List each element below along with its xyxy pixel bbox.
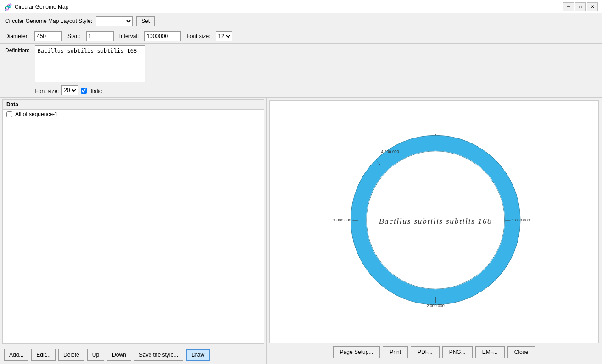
edit-button[interactable]: Edit... (31, 349, 56, 361)
data-table: Data All of sequence-1 (2, 99, 264, 344)
title-bar-controls: ─ □ ✕ (563, 2, 598, 11)
svg-text:4.000.000: 4.000.000 (381, 149, 399, 154)
bottom-buttons: Add... Edit... Delete Up Down Save the s… (0, 346, 266, 364)
definition-row: Definition: Bacillus subtilis subtilis 1… (0, 44, 602, 98)
sequence-checkbox[interactable] (6, 111, 12, 117)
def-font-size-select[interactable]: 81012141618 202224 (61, 85, 78, 95)
delete-button[interactable]: Delete (58, 349, 84, 361)
start-input[interactable] (86, 31, 114, 41)
emf-button[interactable]: EMF... (475, 346, 505, 358)
diameter-label: Diameter: (5, 33, 29, 39)
app-icon: 🧬 (4, 3, 12, 11)
main-area: Data All of sequence-1 Add... Edit... De… (0, 98, 602, 364)
table-row: All of sequence-1 (3, 110, 264, 119)
draw-button[interactable]: Draw (186, 349, 210, 361)
italic-checkbox[interactable] (81, 88, 87, 94)
left-panel: Data All of sequence-1 Add... Edit... De… (0, 98, 267, 364)
interval-input[interactable] (144, 31, 181, 41)
page-setup-button[interactable]: Page Setup... (333, 346, 380, 358)
params-row: Diameter: Start: Interval: Font size: 10… (0, 29, 602, 44)
start-label: Start: (67, 33, 81, 39)
set-button[interactable]: Set (136, 16, 155, 26)
definition-label: Definition: (5, 45, 29, 54)
pdf-button[interactable]: PDF... (411, 346, 440, 358)
svg-text:2.000.000: 2.000.000 (427, 303, 445, 308)
layout-label: Circular Genome Map Layout Style: (5, 18, 92, 24)
footer-buttons: Page Setup... Print PDF... PNG... EMF...… (269, 343, 599, 361)
font-size-select[interactable]: 10 11 12 14 (216, 31, 232, 41)
up-button[interactable]: Up (87, 349, 104, 361)
add-button[interactable]: Add... (4, 349, 28, 361)
layout-select[interactable] (96, 16, 133, 26)
layout-toolbar: Circular Genome Map Layout Style: Set (0, 13, 602, 29)
close-window-button[interactable]: ✕ (587, 2, 598, 11)
def-font-row: Font size: 81012141618 202224 Italic (35, 85, 145, 95)
diameter-input[interactable] (34, 31, 62, 41)
window-title: Circular Genome Map (15, 4, 68, 10)
png-button[interactable]: PNG... (442, 346, 473, 358)
svg-text:1.000.000: 1.000.000 (512, 218, 530, 222)
def-font-size-label: Font size: (35, 86, 59, 94)
data-table-header: Data (3, 100, 264, 110)
sequence-label: All of sequence-1 (15, 111, 58, 117)
interval-label: Interval: (119, 33, 139, 39)
svg-text:Bacillus subtilis subtilis 168: Bacillus subtilis subtilis 168 (379, 216, 492, 226)
main-window: 🧬 Circular Genome Map ─ □ ✕ Circular Gen… (0, 0, 602, 364)
right-panel: 1 1.000.000 2.000.000 3 (267, 98, 602, 364)
canvas-area: 1 1.000.000 2.000.000 3 (269, 100, 599, 343)
maximize-button[interactable]: □ (575, 2, 586, 11)
save-style-button[interactable]: Save the style... (134, 349, 183, 361)
print-button[interactable]: Print (383, 346, 408, 358)
down-button[interactable]: Down (107, 349, 131, 361)
genome-svg: 1 1.000.000 2.000.000 3 (306, 107, 563, 336)
definition-textarea[interactable]: Bacillus subtilis subtilis 168 (35, 45, 145, 82)
font-size-label: Font size: (186, 33, 210, 39)
minimize-button[interactable]: ─ (563, 2, 574, 11)
close-button[interactable]: Close (507, 346, 535, 358)
svg-text:3.000.000: 3.000.000 (333, 218, 351, 222)
title-bar: 🧬 Circular Genome Map ─ □ ✕ (0, 0, 602, 13)
italic-label: Italic (90, 86, 102, 94)
title-bar-left: 🧬 Circular Genome Map (4, 3, 68, 11)
